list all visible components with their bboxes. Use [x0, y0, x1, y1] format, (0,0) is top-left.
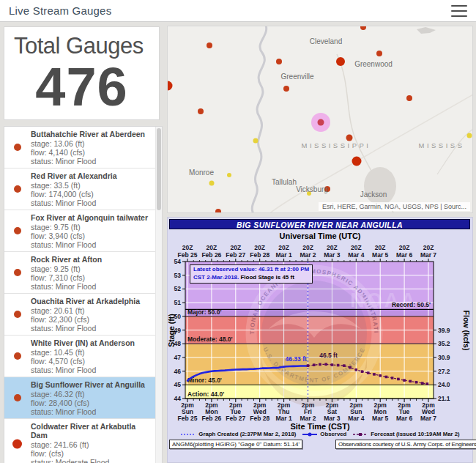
- map-city-label: Greenville: [280, 73, 313, 81]
- axis-tick-label: Mar 3: [324, 415, 340, 422]
- map-canvas[interactable]: ClevelandGreenvilleGreenwoodMonroeTallul…: [168, 26, 472, 212]
- map-gauge-marker[interactable]: [376, 51, 382, 56]
- forecast-marker: [421, 382, 424, 385]
- forecast-marker: [397, 378, 400, 381]
- gage-datum-box: ANGM6(plotting HGIRG) "Gage 0" Datum: 51…: [169, 440, 302, 449]
- gauge-list-item[interactable]: Fox River at Algonquin tailwaterstage: 9…: [4, 210, 162, 252]
- map-city-label: Monroe: [189, 168, 214, 177]
- stage-tick-label: 47: [174, 354, 182, 361]
- axis-tick-label: Feb 26: [201, 415, 221, 422]
- axis-tick-label: 20Z: [302, 244, 313, 251]
- map-urban-area: [364, 167, 396, 205]
- forecast-line-icon: [352, 431, 368, 437]
- map-city-label: Tallulah: [272, 178, 297, 186]
- forecast-marker: [409, 380, 412, 383]
- forecast-marker: [313, 363, 316, 366]
- forecast-marker: [415, 381, 418, 384]
- forecast-marker: [426, 382, 429, 385]
- flood-line-label: Moderate: 48.0': [187, 336, 233, 343]
- app-title: Live Stream Gauges: [9, 4, 111, 17]
- axis-tick-label: 20Z: [207, 244, 217, 251]
- map-gauge-marker[interactable]: [276, 59, 282, 64]
- axis-tick-label: 20Z: [254, 244, 265, 251]
- map-gauge-marker[interactable]: [253, 138, 259, 144]
- map-gauge-marker[interactable]: [168, 81, 173, 91]
- total-gauges-card: Total Gauges 476: [4, 26, 160, 120]
- map-gauge-marker[interactable]: [215, 209, 221, 212]
- axis-tick-label: Feb 27: [226, 415, 245, 422]
- hamburger-icon: [451, 10, 467, 12]
- map-gauge-marker[interactable]: [209, 181, 215, 186]
- gauge-detail-line: status: Minor Flood: [31, 282, 152, 291]
- forecast-marker: [319, 363, 321, 366]
- gauge-status-dot: [14, 144, 21, 151]
- axis-tick-label: Mar 6: [396, 415, 412, 422]
- map-city-label: Cleveland: [310, 37, 342, 45]
- forecast-marker: [324, 363, 327, 366]
- gauge-detail-line: flow: 28,400 (cfs): [31, 399, 152, 407]
- map-road: [357, 95, 472, 161]
- axis-tick-label: 20Z: [423, 244, 434, 251]
- map-city-label: Vicksburg: [296, 185, 328, 193]
- map-gauge-marker[interactable]: [467, 133, 472, 138]
- map-gauge-marker[interactable]: [198, 108, 204, 114]
- stage-axis-title: Stage (ft): [168, 314, 176, 347]
- gauge-list-item[interactable]: Rock River at Aftonstage: 9.25 (ft)flow:…: [4, 252, 162, 294]
- gauge-list-item[interactable]: Buttahatchie River at Aberdeenstage: 13.…: [4, 127, 162, 168]
- axis-tick-label: 20Z: [375, 244, 386, 251]
- gauge-status-dot: [14, 269, 21, 276]
- axis-tick-label: 20Z: [182, 244, 193, 251]
- axis-tick-label: Mar 6: [396, 251, 412, 259]
- axis-tick-label: Feb 28: [250, 251, 269, 259]
- stage-tick-label: 53: [174, 272, 182, 279]
- stage-tick-label: 54: [174, 258, 182, 265]
- list-scrollbar[interactable]: [155, 127, 162, 463]
- axis-tick-label: Feb 27: [226, 251, 245, 259]
- flood-line-label: Record: 50.5': [392, 301, 431, 308]
- gauge-list-item[interactable]: Big Sunflower River at Anguillastage: 46…: [4, 377, 162, 419]
- map-gauge-marker[interactable]: [336, 57, 345, 66]
- scrollbar-thumb[interactable]: [157, 128, 161, 210]
- flow-tick-label: 39.9: [438, 327, 450, 334]
- forecast-marker: [385, 376, 388, 379]
- axis-tick-label: Mar 5: [372, 415, 388, 422]
- gauge-list-item[interactable]: Coldwater River at Arkabutla Damstage: 2…: [4, 419, 162, 463]
- map-gauge-marker[interactable]: [283, 86, 289, 92]
- gauge-detail-line: flow: 174,000 (cfs): [31, 190, 152, 199]
- gauge-detail-line: stage: 10.45 (ft): [31, 348, 152, 357]
- total-gauges-label: Total Gauges: [4, 27, 159, 59]
- gauge-name: Rock River at Afton: [31, 255, 152, 264]
- gauge-list-item[interactable]: Ouachita River at Arkadelphiastage: 20.6…: [4, 294, 162, 336]
- gauge-status-dot: [12, 440, 22, 449]
- map-selected-marker[interactable]: [318, 119, 324, 126]
- hamburger-icon: [451, 15, 467, 17]
- menu-button[interactable]: [451, 4, 467, 18]
- forecast-marker: [307, 364, 310, 367]
- axis-tick-label: Feb 28: [250, 415, 269, 422]
- axis-tick-label: Mar 2: [300, 415, 316, 422]
- flow-tick-label: 24.0: [438, 381, 450, 388]
- map-state-label: MISSISSIPPI: [302, 141, 371, 149]
- map-state-label: MISSISS: [418, 141, 464, 149]
- map-gauge-marker[interactable]: [227, 173, 231, 177]
- flood-line-label: Major: 50.0': [187, 308, 221, 316]
- axis-tick-label: 20Z: [399, 244, 410, 251]
- axis-tick-label: Mar 4: [348, 415, 364, 422]
- axis-tick-label: Mar 4: [348, 251, 364, 259]
- gauge-detail-line: flow: 3,940 (cfs): [31, 232, 152, 240]
- map-gauge-marker[interactable]: [346, 135, 353, 141]
- gauge-list-item[interactable]: Red River at Alexandriastage: 33.5 (ft)f…: [4, 168, 162, 210]
- map-gauge-marker[interactable]: [207, 42, 212, 48]
- map-gauge-marker[interactable]: [352, 157, 362, 166]
- forecast-marker: [343, 364, 346, 367]
- gauge-detail-line: status: Minor Flood: [31, 407, 152, 416]
- map-gauge-marker[interactable]: [406, 95, 412, 101]
- gauge-detail-line: stage: 241.66 (ft): [31, 440, 152, 449]
- forecast-marker: [379, 374, 382, 377]
- gauge-list-item[interactable]: White River (IN) at Andersonstage: 10.45…: [4, 336, 162, 377]
- legend-item-observed: Observed: [302, 431, 346, 437]
- gauge-detail-line: flow: (cfs): [31, 449, 152, 458]
- map-gauge-marker[interactable]: [360, 26, 366, 30]
- forecast-marker: [355, 368, 358, 371]
- map-city-label: Greenwood: [354, 60, 393, 68]
